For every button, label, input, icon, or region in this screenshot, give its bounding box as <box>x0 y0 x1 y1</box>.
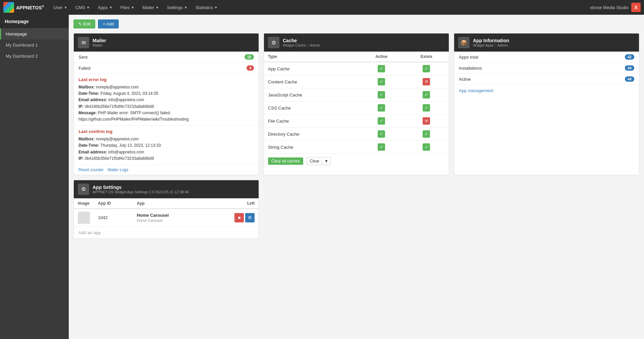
content-area: ✎ Edit + Add ✉ Mailer Mailer <box>69 15 644 339</box>
confirm-ip-label: IP: <box>78 156 84 161</box>
cache-type-cell: String Cache <box>264 141 359 154</box>
app-info-subtitle: Widget Apps :: Admin <box>473 43 509 47</box>
cache-active-cell: ✓ <box>359 115 404 128</box>
installations-row: Installations 44 <box>454 63 639 74</box>
cache-exists-cell: ✓ <box>404 88 449 101</box>
nav-settings[interactable]: Settings▼ <box>163 0 192 15</box>
mailer-sent-label: Sent <box>78 55 88 60</box>
cache-active-cell: ✓ <box>359 128 404 141</box>
app-settings-table: Image App ID App Left 1042Home CarouselH… <box>74 198 259 227</box>
error-datetime-label: Date-Time: <box>78 91 99 96</box>
cache-table: Type Active Exists App Cache✓✓Content Ca… <box>264 52 449 154</box>
toolbar: ✎ Edit + Add <box>73 19 639 28</box>
app-settings-button[interactable]: ⚙ <box>245 213 255 222</box>
app-image-placeholder <box>78 212 90 224</box>
cache-type-cell: Directory Cache <box>264 128 359 141</box>
mailer-failed-value: 4 <box>247 65 254 71</box>
nav-apps[interactable]: Apps▼ <box>94 0 117 15</box>
cache-active-cell: ✓ <box>359 101 404 115</box>
app-settings-header: ⚙ App Settings APPNET OS Widget App Sett… <box>74 180 259 198</box>
col-left: Left <box>207 198 259 209</box>
app-actions-cell: ■ ⚙ <box>207 209 259 227</box>
check-active-icon: ✓ <box>378 117 385 125</box>
cache-active-cell: ✓ <box>359 62 404 75</box>
edit-button[interactable]: ✎ Edit <box>73 19 95 28</box>
cache-active-cell: ✓ <box>359 88 404 101</box>
clear-button[interactable]: Clear <box>307 157 322 165</box>
studio-name: xtrose Media Studio <box>590 5 629 10</box>
add-button[interactable]: + Add <box>98 19 119 28</box>
sidebar-item-dashboard1[interactable]: My Dashboard 1 <box>0 40 69 51</box>
check-active-icon: ✓ <box>378 78 385 85</box>
active-label: Active <box>459 77 471 82</box>
cache-active-cell: ✓ <box>359 141 404 154</box>
cache-exists-cell: ✕ <box>404 115 449 128</box>
app-delete-button[interactable]: ■ <box>234 213 244 222</box>
logo[interactable]: APPNETOS® <box>3 2 44 13</box>
app-info-widget: 📦 App Information Widget Apps :: Admin A… <box>454 33 639 175</box>
edit-icon: ✎ <box>78 21 82 26</box>
nav-user[interactable]: User▼ <box>49 0 71 15</box>
cache-icon: ⚙ <box>268 37 279 48</box>
cache-widget-subtitle: Widget Cache :: Admin <box>283 43 320 47</box>
x-button[interactable]: X <box>631 3 641 12</box>
apps-total-row: Apps total 42 <box>454 52 639 63</box>
check-exists-icon: ✓ <box>423 130 430 138</box>
app-name-cell: Home CarouselHome Carousel <box>133 209 207 227</box>
check-exists-icon: ✓ <box>423 91 430 98</box>
nav-statistics[interactable]: Statistics▼ <box>192 0 222 15</box>
app-info-title: App Information <box>473 38 509 43</box>
clear-caret-button[interactable]: ▼ <box>322 157 331 165</box>
apps-total-value: 42 <box>625 54 634 60</box>
cache-col-active: Active <box>359 52 404 62</box>
nav-cms[interactable]: CMS▼ <box>71 0 94 15</box>
check-active-icon: ✓ <box>378 91 385 98</box>
mailer-failed-label: Failed <box>78 66 90 71</box>
cache-widget-header: ⚙ Cache Widget Cache :: Admin <box>264 33 449 52</box>
logo-text: APPNETOS® <box>16 5 44 10</box>
cache-table-row: JavaScript Cache✓✓ <box>264 88 449 101</box>
confirm-mailbox-label: Mailbox: <box>78 137 95 141</box>
col-image: Image <box>74 198 94 209</box>
error-email-label: Email address: <box>78 97 107 102</box>
nav-mailer[interactable]: Mailer▼ <box>138 0 163 15</box>
app-settings-title: App Settings <box>93 185 189 190</box>
nav-files[interactable]: Files▼ <box>116 0 138 15</box>
app-settings-widget: ⚙ App Settings APPNET OS Widget App Sett… <box>73 180 259 239</box>
cache-type-cell: File Cache <box>264 115 359 128</box>
mailer-widget-header: ✉ Mailer Mailer <box>74 33 259 52</box>
sidebar-item-homepage[interactable]: Homepage <box>0 28 69 40</box>
confirm-email-value: info@appnetos.com <box>108 150 144 154</box>
installations-label: Installations <box>459 66 482 71</box>
mailer-sent-value: 16 <box>245 54 254 60</box>
add-app-link[interactable]: Add an app <box>74 227 259 239</box>
confirm-log-block: Mailbox: noreply@appnetos.com Date-Time:… <box>74 135 259 165</box>
apps-total-label: Apps total <box>459 55 478 60</box>
check-active-icon: ✓ <box>378 65 385 72</box>
reset-counter-button[interactable]: Reset counter <box>78 167 104 172</box>
app-info-body: Apps total 42 Installations 44 Active 44… <box>454 52 639 96</box>
cache-type-cell: JavaScript Cache <box>264 88 359 101</box>
app-name: Home Carousel <box>137 213 169 218</box>
last-error-title: Last error log <box>74 74 259 83</box>
check-active-icon: ✓ <box>378 143 385 151</box>
installations-value: 44 <box>625 65 634 71</box>
app-settings-body: Image App ID App Left 1042Home CarouselH… <box>74 198 259 239</box>
check-exists-icon: ✓ <box>423 104 430 112</box>
cache-table-row: File Cache✓✕ <box>264 115 449 128</box>
mailer-footer: Reset counter Mailer Logs <box>74 165 259 175</box>
active-row: Active 44 <box>454 74 639 85</box>
app-settings-icon: ⚙ <box>78 184 89 195</box>
cache-exists-cell: ✓ <box>404 141 449 154</box>
clear-all-caches-button[interactable]: Clear all caches <box>268 157 303 165</box>
col-app: App <box>133 198 207 209</box>
cache-exists-cell: ✓ <box>404 101 449 115</box>
logo-icon <box>3 2 14 13</box>
mailer-logs-button[interactable]: Mailer Logs <box>108 167 128 172</box>
app-info-header: 📦 App Information Widget Apps :: Admin <box>454 33 639 52</box>
app-image-cell <box>74 209 94 227</box>
app-management-link[interactable]: App management <box>454 85 639 96</box>
cache-type-cell: App Cache <box>264 62 359 75</box>
sidebar-item-dashboard2[interactable]: My Dashboard 2 <box>0 51 69 62</box>
app-info-icon: 📦 <box>458 37 470 48</box>
